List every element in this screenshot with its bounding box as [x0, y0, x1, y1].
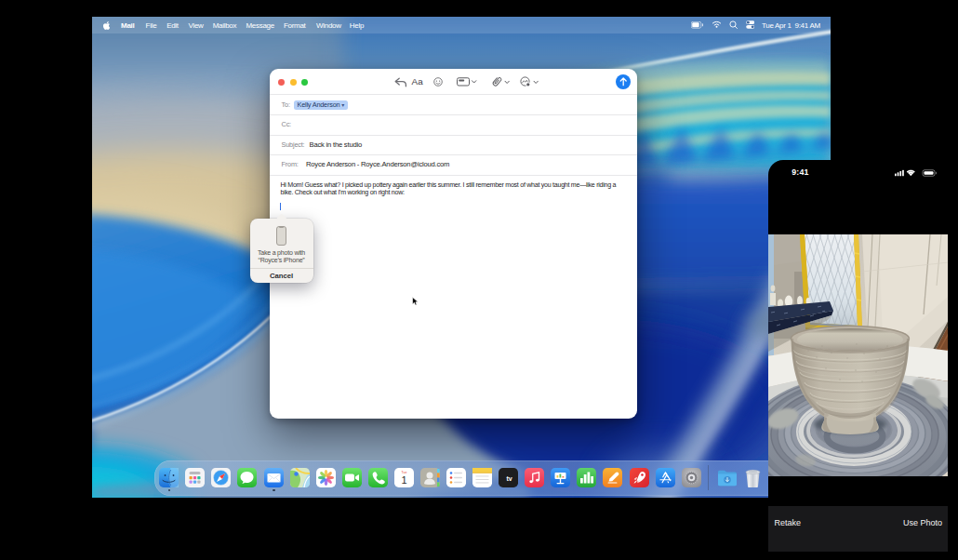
svg-text:tv: tv [506, 475, 512, 482]
svg-text:1: 1 [401, 474, 406, 486]
